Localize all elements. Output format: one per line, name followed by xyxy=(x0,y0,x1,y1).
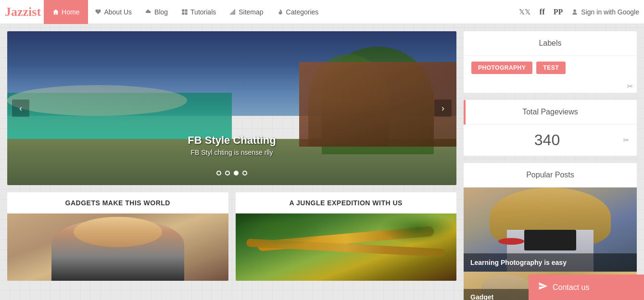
slide-next-button[interactable]: › xyxy=(434,100,452,117)
nav-tutorials-link[interactable]: Tutorials xyxy=(175,0,223,24)
nav-sitemap-link[interactable]: Sitemap xyxy=(223,0,270,24)
nav-blog-label: Blog xyxy=(154,8,168,16)
slide-dot-2[interactable] xyxy=(225,171,230,175)
labels-widget: Labels PHOTOGRAPHY TEST ✂ xyxy=(464,31,637,93)
labels-container: PHOTOGRAPHY TEST xyxy=(464,56,637,80)
facebook-link[interactable]: f xyxy=(539,7,544,17)
slide-overlay: FB Style Chatting FB Styl chting is nsen… xyxy=(7,134,456,156)
twitter-link[interactable]: 𝕏 xyxy=(519,8,530,16)
popular-post-1-overlay: Learning Photography is easy xyxy=(464,253,637,272)
nav-home-link[interactable]: Home xyxy=(44,0,88,24)
nav-tutorials-label: Tutorials xyxy=(190,8,216,16)
svg-rect-0 xyxy=(182,9,184,12)
post-image-gadgets xyxy=(7,213,228,281)
home-icon xyxy=(52,9,59,15)
popular-post-2-title: Gadget xyxy=(470,293,493,300)
slideshow: FB Style Chatting FB Styl chting is nsen… xyxy=(7,31,456,185)
signin-label: Sign in with Google xyxy=(581,8,639,16)
labels-title: Labels xyxy=(464,31,637,56)
nav-categories-label: Categories xyxy=(286,8,319,16)
labels-tools: ✂ xyxy=(464,80,637,93)
post-card-gadgets[interactable]: GADGETS MAKE THIS WORLD xyxy=(7,192,228,281)
labels-edit-icon[interactable]: ✂ xyxy=(627,82,633,91)
nav-categories-link[interactable]: Categories xyxy=(270,0,326,24)
slide-dot-3[interactable] xyxy=(234,171,239,175)
sidebar: Labels PHOTOGRAPHY TEST ✂ Total Pageview… xyxy=(464,31,637,300)
pinterest-link[interactable]: P xyxy=(554,8,563,16)
pageviews-edit-icon[interactable]: ✂ xyxy=(623,136,629,145)
bars-icon xyxy=(229,9,236,15)
pageviews-header: Total Pageviews xyxy=(464,100,637,125)
svg-rect-7 xyxy=(234,9,235,14)
navbar: Jazzist Home About Us Blog Tutorials Sit… xyxy=(0,0,644,24)
contact-bar[interactable]: Contact us xyxy=(529,275,644,300)
post-card-jungle[interactable]: A JUNGLE EXPEDITION WITH US xyxy=(236,192,457,281)
main-container: FB Style Chatting FB Styl chting is nsen… xyxy=(0,24,644,300)
send-icon xyxy=(538,281,548,291)
pageviews-body: 340 ✂ xyxy=(464,125,637,156)
signin-button[interactable]: Sign in with Google xyxy=(571,8,639,16)
grid-icon xyxy=(181,9,188,15)
contact-icon xyxy=(538,281,548,293)
social-links: 𝕏 f P xyxy=(519,7,563,17)
popular-post-1-title: Learning Photography is easy xyxy=(470,259,567,266)
svg-rect-1 xyxy=(185,9,188,12)
post-title-jungle: A JUNGLE EXPEDITION WITH US xyxy=(236,192,457,213)
slide-dot-4[interactable] xyxy=(242,171,247,175)
slide-dot-1[interactable] xyxy=(216,171,221,175)
heart-icon xyxy=(95,9,101,15)
contact-label: Contact us xyxy=(553,283,589,292)
brand-logo[interactable]: Jazzist xyxy=(5,5,41,19)
posts-grid: GADGETS MAKE THIS WORLD A JUNGLE EXPEDIT… xyxy=(7,192,456,281)
user-icon xyxy=(571,9,578,15)
cloud-icon xyxy=(145,9,152,15)
pageviews-count: 340 xyxy=(471,131,623,149)
nav-about-label: About Us xyxy=(104,8,132,16)
popular-post-1[interactable]: Learning Photography is easy xyxy=(464,188,637,272)
post-title-gadgets: GADGETS MAKE THIS WORLD xyxy=(7,192,228,213)
pageviews-widget: Total Pageviews 340 ✂ xyxy=(464,100,637,156)
label-test[interactable]: TEST xyxy=(536,62,566,74)
pageviews-title: Total Pageviews xyxy=(464,100,637,125)
post-image-jungle xyxy=(236,213,457,281)
svg-rect-4 xyxy=(230,13,231,14)
svg-rect-2 xyxy=(182,12,184,14)
svg-rect-6 xyxy=(233,11,234,14)
popular-posts-title: Popular Posts xyxy=(464,163,637,188)
svg-rect-5 xyxy=(231,12,232,15)
pageviews-bar xyxy=(464,100,466,125)
nav-about-link[interactable]: About Us xyxy=(88,0,139,24)
nav-home-label: Home xyxy=(62,8,79,16)
flame-icon xyxy=(277,9,284,15)
content-area: FB Style Chatting FB Styl chting is nsen… xyxy=(7,31,456,300)
label-photography[interactable]: PHOTOGRAPHY xyxy=(471,62,532,74)
slide-title: FB Style Chatting xyxy=(7,134,456,147)
slide-dots xyxy=(216,171,247,175)
nav-sitemap-label: Sitemap xyxy=(239,8,263,16)
slide-subtitle: FB Styl chting is nsense rlly xyxy=(7,149,456,156)
slide-prev-button[interactable]: ‹ xyxy=(12,100,29,117)
svg-rect-3 xyxy=(185,12,188,14)
nav-blog-link[interactable]: Blog xyxy=(139,0,175,24)
